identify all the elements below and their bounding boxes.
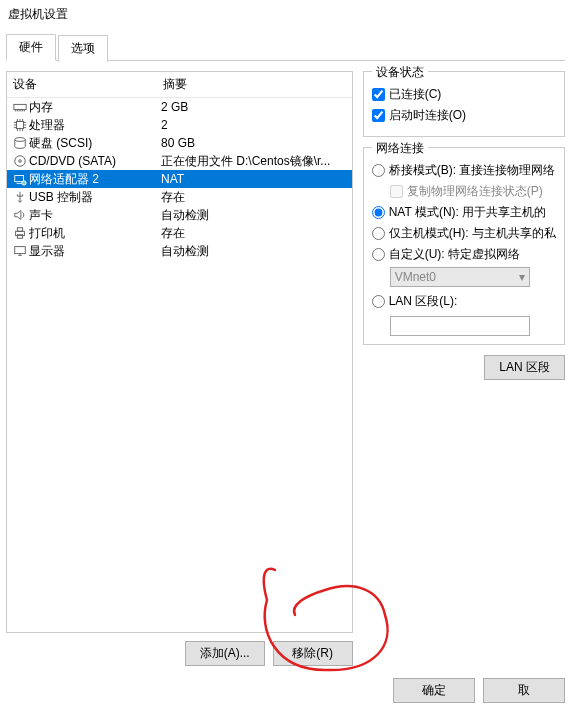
nat-radio-row[interactable]: NAT 模式(N): 用于共享主机的 (372, 204, 556, 221)
usb-icon (11, 190, 29, 204)
connect-poweron-label: 启动时连接(O) (389, 107, 466, 124)
device-summary: 自动检测 (161, 243, 348, 260)
device-row-network2[interactable]: 网络适配器 2 NAT (7, 170, 352, 188)
device-summary: 自动检测 (161, 207, 348, 224)
remove-button[interactable]: 移除(R) (273, 641, 353, 666)
custom-label: 自定义(U): 特定虚拟网络 (389, 246, 520, 263)
device-summary: 2 GB (161, 100, 348, 114)
connect-poweron-checkbox-row[interactable]: 启动时连接(O) (372, 107, 556, 124)
network-connection-group: 网络连接 桥接模式(B): 直接连接物理网络 复制物理网络连接状态(P) NAT… (363, 147, 565, 345)
device-summary: 存在 (161, 225, 348, 242)
lan-label: LAN 区段(L): (389, 293, 458, 310)
cpu-icon (11, 118, 29, 132)
bridged-radio[interactable] (372, 164, 385, 177)
connect-poweron-checkbox[interactable] (372, 109, 385, 122)
device-list-header: 设备 摘要 (7, 72, 352, 98)
hostonly-radio-row[interactable]: 仅主机模式(H): 与主机共享的私 (372, 225, 556, 242)
device-summary: 存在 (161, 189, 348, 206)
device-row-usb[interactable]: USB 控制器 存在 (7, 188, 352, 206)
svg-rect-10 (15, 247, 26, 254)
nat-label: NAT 模式(N): 用于共享主机的 (389, 204, 547, 221)
svg-rect-5 (15, 176, 24, 182)
custom-radio-row[interactable]: 自定义(U): 特定虚拟网络 (372, 246, 556, 263)
svg-rect-1 (17, 122, 24, 129)
tab-options[interactable]: 选项 (58, 35, 108, 62)
device-label: USB 控制器 (29, 189, 161, 206)
device-label: 网络适配器 2 (29, 171, 161, 188)
device-label: 处理器 (29, 117, 161, 134)
bridged-label: 桥接模式(B): 直接连接物理网络 (389, 162, 556, 179)
replicate-checkbox-row: 复制物理网络连接状态(P) (390, 183, 556, 200)
hostonly-label: 仅主机模式(H): 与主机共享的私 (389, 225, 556, 242)
device-summary: 正在使用文件 D:\Centos镜像\r... (161, 153, 348, 170)
device-status-group: 设备状态 已连接(C) 启动时连接(O) (363, 71, 565, 137)
lan-segments-button[interactable]: LAN 区段 (484, 355, 565, 380)
device-row-disk[interactable]: 硬盘 (SCSI) 80 GB (7, 134, 352, 152)
network-icon (11, 172, 29, 186)
device-list-box: 设备 摘要 内存 2 GB 处理器 2 (6, 71, 353, 633)
device-row-memory[interactable]: 内存 2 GB (7, 98, 352, 116)
ok-button[interactable]: 确定 (393, 678, 475, 703)
display-icon (11, 244, 29, 258)
device-list: 内存 2 GB 处理器 2 硬盘 (SCSI) 80 GB (7, 98, 352, 632)
network-connection-title: 网络连接 (372, 140, 428, 157)
device-summary: 80 GB (161, 136, 348, 150)
device-label: 显示器 (29, 243, 161, 260)
chevron-down-icon: ▾ (519, 270, 525, 284)
nat-radio[interactable] (372, 206, 385, 219)
device-status-title: 设备状态 (372, 64, 428, 81)
svg-rect-8 (17, 228, 22, 232)
svg-point-4 (19, 160, 22, 163)
device-row-display[interactable]: 显示器 自动检测 (7, 242, 352, 260)
device-label: 声卡 (29, 207, 161, 224)
lan-segment-input (390, 316, 530, 336)
device-label: 打印机 (29, 225, 161, 242)
svg-point-3 (15, 156, 26, 167)
custom-radio[interactable] (372, 248, 385, 261)
cancel-button[interactable]: 取 (483, 678, 565, 703)
svg-rect-0 (14, 104, 26, 109)
disk-icon (11, 136, 29, 150)
tab-bar: 硬件 选项 (6, 33, 565, 61)
svg-point-6 (22, 181, 26, 185)
device-label: 硬盘 (SCSI) (29, 135, 161, 152)
device-row-printer[interactable]: 打印机 存在 (7, 224, 352, 242)
device-summary: NAT (161, 172, 348, 186)
device-row-cddvd[interactable]: CD/DVD (SATA) 正在使用文件 D:\Centos镜像\r... (7, 152, 352, 170)
disc-icon (11, 154, 29, 168)
custom-network-combo: VMnet0 ▾ (390, 267, 530, 287)
device-row-sound[interactable]: 声卡 自动检测 (7, 206, 352, 224)
device-label: CD/DVD (SATA) (29, 154, 161, 168)
tab-hardware[interactable]: 硬件 (6, 34, 56, 61)
memory-icon (11, 100, 29, 114)
header-device: 设备 (13, 76, 163, 93)
connected-checkbox-row[interactable]: 已连接(C) (372, 86, 556, 103)
hostonly-radio[interactable] (372, 227, 385, 240)
connected-label: 已连接(C) (389, 86, 442, 103)
lan-radio-row[interactable]: LAN 区段(L): (372, 293, 556, 310)
replicate-checkbox (390, 185, 403, 198)
bridged-radio-row[interactable]: 桥接模式(B): 直接连接物理网络 (372, 162, 556, 179)
add-button[interactable]: 添加(A)... (185, 641, 265, 666)
connected-checkbox[interactable] (372, 88, 385, 101)
lan-radio[interactable] (372, 295, 385, 308)
sound-icon (11, 208, 29, 222)
window-title: 虚拟机设置 (0, 0, 571, 29)
header-summary: 摘要 (163, 76, 346, 93)
replicate-label: 复制物理网络连接状态(P) (407, 183, 543, 200)
printer-icon (11, 226, 29, 240)
device-summary: 2 (161, 118, 348, 132)
custom-network-value: VMnet0 (395, 270, 436, 284)
device-row-processor[interactable]: 处理器 2 (7, 116, 352, 134)
device-label: 内存 (29, 99, 161, 116)
svg-point-2 (15, 138, 26, 142)
